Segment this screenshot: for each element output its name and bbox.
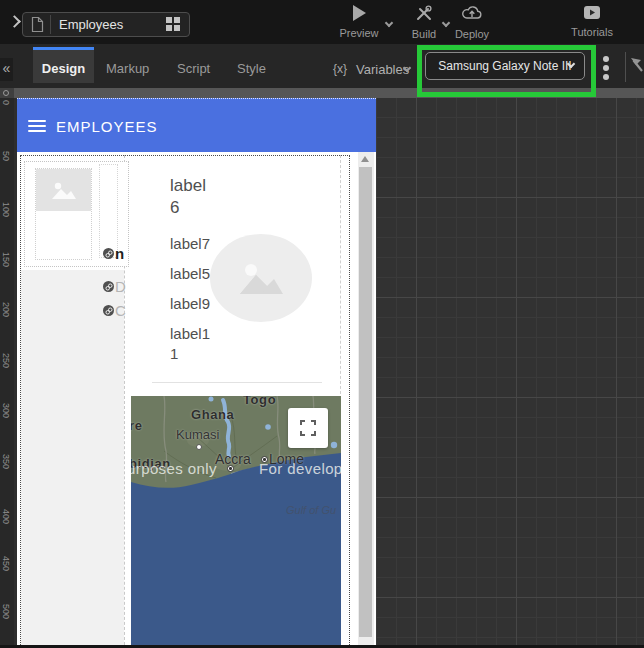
binding-link-icon[interactable] <box>103 281 114 292</box>
expand-panel-icon[interactable] <box>8 15 21 28</box>
tab-style[interactable]: Style <box>237 61 266 76</box>
preview-button[interactable]: Preview <box>338 5 380 39</box>
ruler-origin-icon <box>3 90 9 96</box>
map-label-togo: Togo <box>243 396 276 407</box>
play-icon <box>353 5 366 21</box>
scrollbar-up-icon[interactable] <box>361 156 369 162</box>
detail-label-value[interactable]: 1 <box>170 345 178 362</box>
detail-label[interactable]: label <box>170 175 206 197</box>
binding-link-icon[interactable] <box>103 305 114 316</box>
map-label-accra: Accra <box>215 451 251 467</box>
detail-label-value[interactable]: 6 <box>170 197 179 219</box>
map-label-partial: re <box>131 418 143 433</box>
list-item-card[interactable]: n D C <box>24 161 129 267</box>
vertical-ruler: 0 50 100 150 200 250 300 350 400 450 500 <box>0 98 14 645</box>
deploy-button[interactable]: Deploy <box>452 5 492 40</box>
more-options-icon[interactable] <box>603 56 610 83</box>
binding-row[interactable]: D <box>103 277 143 289</box>
binding-row[interactable]: n <box>103 244 143 256</box>
divider <box>152 382 322 383</box>
binding-row[interactable]: C <box>103 301 143 313</box>
deploy-cloud-icon <box>461 8 483 25</box>
image-widget[interactable] <box>35 168 92 260</box>
hamburger-menu-icon[interactable] <box>28 120 46 133</box>
build-dropdown-icon[interactable] <box>442 19 450 27</box>
top-toolbar: Employees Preview Build Deploy Tutorial <box>0 0 644 44</box>
page-selector[interactable]: Employees <box>22 12 190 37</box>
collapse-sidebar-icon[interactable]: « <box>0 58 13 81</box>
divider <box>50 15 51 34</box>
variables-icon: {x} <box>333 62 347 76</box>
list-panel-background <box>21 270 124 645</box>
scrollbar-thumb[interactable] <box>359 167 372 637</box>
kumasi-marker <box>196 444 202 450</box>
page-name: Employees <box>59 17 123 32</box>
page-icon <box>31 16 44 37</box>
variables-button[interactable]: Variables <box>356 62 409 77</box>
map-label-gulf: Gulf of Gu <box>286 504 336 516</box>
tutorials-button[interactable]: Tutorials <box>570 5 614 38</box>
map-label-kumasi: Kumasi <box>176 427 219 442</box>
detail-label[interactable]: label7 <box>170 235 210 252</box>
divider <box>625 52 626 82</box>
design-canvas-grid[interactable] <box>376 98 644 645</box>
pointer-tool-icon[interactable] <box>629 56 644 78</box>
tutorials-video-icon <box>583 6 601 23</box>
build-tools-icon <box>415 8 433 25</box>
detail-image-placeholder[interactable] <box>210 234 312 322</box>
binding-link-icon[interactable] <box>103 248 114 259</box>
map-label-ghana: Ghana <box>191 407 234 422</box>
map-fullscreen-button[interactable] <box>288 408 328 448</box>
phone-preview[interactable]: EMPLOYEES n D C <box>17 98 376 645</box>
app-header-title: EMPLOYEES <box>56 118 158 135</box>
detail-label[interactable]: label5 <box>170 265 210 282</box>
pages-grid-icon[interactable] <box>166 17 181 32</box>
detail-label[interactable]: label1 <box>170 325 210 342</box>
accra-marker <box>227 465 234 472</box>
preview-dropdown-icon[interactable] <box>385 19 393 27</box>
app-builder-window: Employees Preview Build Deploy Tutorial <box>0 0 644 648</box>
map-watermark-right: For develop <box>259 460 341 477</box>
tab-script[interactable]: Script <box>177 61 210 76</box>
tab-design[interactable]: Design <box>33 47 94 83</box>
image-placeholder-icon <box>36 169 91 211</box>
app-header[interactable]: EMPLOYEES <box>17 98 376 152</box>
detail-label[interactable]: label9 <box>170 295 210 312</box>
map-widget[interactable]: Togo Ghana re Kumasi Accra Lome bidjan u… <box>131 396 341 645</box>
build-button[interactable]: Build <box>408 5 440 40</box>
map-watermark-left: urposes only <box>131 460 217 477</box>
annotation-highlight <box>417 45 596 97</box>
tab-markup[interactable]: Markup <box>106 61 149 76</box>
